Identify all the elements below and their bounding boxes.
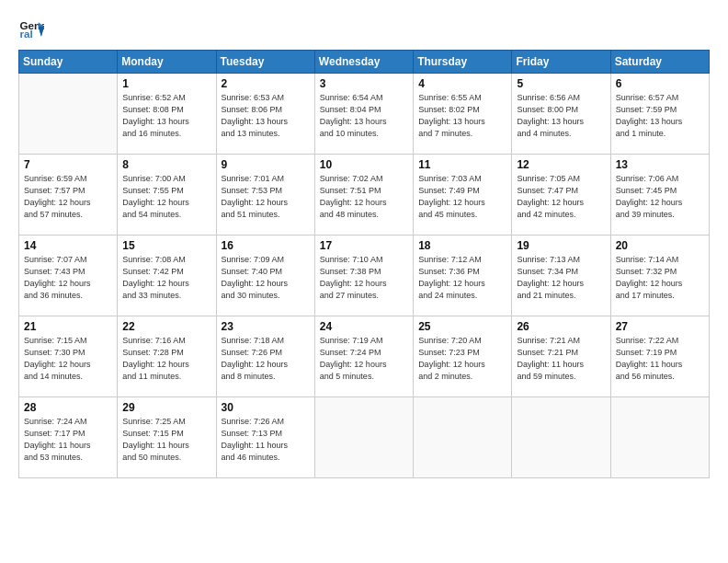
day-number: 26 (517, 320, 605, 333)
day-number: 24 (320, 320, 408, 333)
calendar-cell (19, 74, 118, 155)
day-info: Sunrise: 7:16 AM Sunset: 7:28 PM Dayligh… (122, 335, 210, 383)
day-number: 28 (24, 401, 112, 414)
calendar-cell: 17Sunrise: 7:10 AM Sunset: 7:38 PM Dayli… (314, 236, 413, 316)
calendar-cell: 30Sunrise: 7:26 AM Sunset: 7:13 PM Dayli… (216, 397, 314, 478)
calendar-cell: 3Sunrise: 6:54 AM Sunset: 8:04 PM Daylig… (314, 74, 413, 155)
day-info: Sunrise: 7:14 AM Sunset: 7:32 PM Dayligh… (616, 254, 704, 302)
header-sunday: Sunday (19, 51, 118, 74)
calendar-cell: 20Sunrise: 7:14 AM Sunset: 7:32 PM Dayli… (610, 236, 709, 316)
day-number: 2 (222, 77, 310, 90)
day-number: 20 (616, 239, 704, 252)
header-monday: Monday (118, 51, 216, 74)
day-info: Sunrise: 7:22 AM Sunset: 7:19 PM Dayligh… (616, 335, 704, 383)
day-info: Sunrise: 7:06 AM Sunset: 7:45 PM Dayligh… (616, 173, 704, 221)
day-info: Sunrise: 7:09 AM Sunset: 7:40 PM Dayligh… (222, 254, 310, 302)
day-number: 14 (24, 239, 112, 252)
calendar-cell: 21Sunrise: 7:15 AM Sunset: 7:30 PM Dayli… (19, 316, 118, 397)
calendar-cell: 11Sunrise: 7:03 AM Sunset: 7:49 PM Dayli… (414, 155, 512, 236)
calendar-cell (610, 397, 709, 478)
day-info: Sunrise: 6:59 AM Sunset: 7:57 PM Dayligh… (24, 173, 112, 221)
day-info: Sunrise: 7:26 AM Sunset: 7:13 PM Dayligh… (222, 416, 310, 464)
calendar-cell: 29Sunrise: 7:25 AM Sunset: 7:15 PM Dayli… (118, 397, 216, 478)
day-info: Sunrise: 6:54 AM Sunset: 8:04 PM Dayligh… (320, 92, 408, 140)
day-info: Sunrise: 6:52 AM Sunset: 8:08 PM Dayligh… (122, 92, 210, 140)
day-number: 23 (222, 320, 310, 333)
calendar-cell: 1Sunrise: 6:52 AM Sunset: 8:08 PM Daylig… (118, 74, 216, 155)
logo-icon: Gene ral (18, 17, 44, 42)
day-info: Sunrise: 6:57 AM Sunset: 7:59 PM Dayligh… (616, 92, 704, 140)
calendar-cell: 27Sunrise: 7:22 AM Sunset: 7:19 PM Dayli… (610, 316, 709, 397)
day-number: 15 (122, 239, 210, 252)
calendar-cell: 13Sunrise: 7:06 AM Sunset: 7:45 PM Dayli… (610, 155, 709, 236)
day-number: 5 (517, 77, 605, 90)
day-number: 3 (320, 77, 408, 90)
calendar-header-row: SundayMondayTuesdayWednesdayThursdayFrid… (19, 51, 710, 74)
calendar-cell (414, 397, 512, 478)
calendar-cell: 9Sunrise: 7:01 AM Sunset: 7:53 PM Daylig… (216, 155, 314, 236)
day-info: Sunrise: 7:05 AM Sunset: 7:47 PM Dayligh… (517, 173, 605, 221)
calendar-cell: 23Sunrise: 7:18 AM Sunset: 7:26 PM Dayli… (216, 316, 314, 397)
day-info: Sunrise: 6:53 AM Sunset: 8:06 PM Dayligh… (222, 92, 310, 140)
header-tuesday: Tuesday (216, 51, 314, 74)
calendar-cell: 18Sunrise: 7:12 AM Sunset: 7:36 PM Dayli… (414, 236, 512, 316)
day-number: 22 (122, 320, 210, 333)
calendar-cell: 25Sunrise: 7:20 AM Sunset: 7:23 PM Dayli… (414, 316, 512, 397)
day-number: 29 (122, 401, 210, 414)
day-number: 6 (616, 77, 704, 90)
day-number: 18 (418, 239, 506, 252)
calendar-cell: 12Sunrise: 7:05 AM Sunset: 7:47 PM Dayli… (512, 155, 610, 236)
calendar-cell: 2Sunrise: 6:53 AM Sunset: 8:06 PM Daylig… (216, 74, 314, 155)
calendar-cell: 8Sunrise: 7:00 AM Sunset: 7:55 PM Daylig… (118, 155, 216, 236)
day-number: 10 (320, 158, 408, 171)
calendar-cell: 26Sunrise: 7:21 AM Sunset: 7:21 PM Dayli… (512, 316, 610, 397)
day-number: 19 (517, 239, 605, 252)
day-info: Sunrise: 7:00 AM Sunset: 7:55 PM Dayligh… (122, 173, 210, 221)
day-number: 30 (222, 401, 310, 414)
day-info: Sunrise: 7:18 AM Sunset: 7:26 PM Dayligh… (222, 335, 310, 383)
day-info: Sunrise: 7:02 AM Sunset: 7:51 PM Dayligh… (320, 173, 408, 221)
calendar-cell (314, 397, 413, 478)
day-number: 21 (24, 320, 112, 333)
day-number: 9 (222, 158, 310, 171)
day-info: Sunrise: 7:08 AM Sunset: 7:42 PM Dayligh… (122, 254, 210, 302)
svg-marker-3 (39, 27, 44, 37)
calendar: SundayMondayTuesdayWednesdayThursdayFrid… (18, 50, 710, 478)
logo: Gene ral (18, 17, 48, 42)
day-info: Sunrise: 6:55 AM Sunset: 8:02 PM Dayligh… (418, 92, 506, 140)
day-number: 27 (616, 320, 704, 333)
calendar-cell: 10Sunrise: 7:02 AM Sunset: 7:51 PM Dayli… (314, 155, 413, 236)
day-info: Sunrise: 7:07 AM Sunset: 7:43 PM Dayligh… (24, 254, 112, 302)
day-number: 7 (24, 158, 112, 171)
header-thursday: Thursday (414, 51, 512, 74)
calendar-cell: 5Sunrise: 6:56 AM Sunset: 8:00 PM Daylig… (512, 74, 610, 155)
day-info: Sunrise: 7:10 AM Sunset: 7:38 PM Dayligh… (320, 254, 408, 302)
day-info: Sunrise: 7:13 AM Sunset: 7:34 PM Dayligh… (517, 254, 605, 302)
day-number: 4 (418, 77, 506, 90)
day-info: Sunrise: 7:20 AM Sunset: 7:23 PM Dayligh… (418, 335, 506, 383)
day-number: 25 (418, 320, 506, 333)
day-number: 11 (418, 158, 506, 171)
day-info: Sunrise: 7:21 AM Sunset: 7:21 PM Dayligh… (517, 335, 605, 383)
calendar-cell: 28Sunrise: 7:24 AM Sunset: 7:17 PM Dayli… (19, 397, 118, 478)
day-info: Sunrise: 7:01 AM Sunset: 7:53 PM Dayligh… (222, 173, 310, 221)
day-info: Sunrise: 7:12 AM Sunset: 7:36 PM Dayligh… (418, 254, 506, 302)
day-info: Sunrise: 7:19 AM Sunset: 7:24 PM Dayligh… (320, 335, 408, 383)
calendar-cell: 15Sunrise: 7:08 AM Sunset: 7:42 PM Dayli… (118, 236, 216, 316)
calendar-cell: 16Sunrise: 7:09 AM Sunset: 7:40 PM Dayli… (216, 236, 314, 316)
calendar-cell: 24Sunrise: 7:19 AM Sunset: 7:24 PM Dayli… (314, 316, 413, 397)
day-info: Sunrise: 7:15 AM Sunset: 7:30 PM Dayligh… (24, 335, 112, 383)
day-number: 1 (122, 77, 210, 90)
header-saturday: Saturday (610, 51, 709, 74)
header-wednesday: Wednesday (314, 51, 413, 74)
calendar-cell: 14Sunrise: 7:07 AM Sunset: 7:43 PM Dayli… (19, 236, 118, 316)
header-friday: Friday (512, 51, 610, 74)
day-number: 17 (320, 239, 408, 252)
day-number: 8 (122, 158, 210, 171)
day-number: 16 (222, 239, 310, 252)
day-info: Sunrise: 7:03 AM Sunset: 7:49 PM Dayligh… (418, 173, 506, 221)
day-number: 13 (616, 158, 704, 171)
calendar-cell: 19Sunrise: 7:13 AM Sunset: 7:34 PM Dayli… (512, 236, 610, 316)
day-info: Sunrise: 6:56 AM Sunset: 8:00 PM Dayligh… (517, 92, 605, 140)
day-info: Sunrise: 7:25 AM Sunset: 7:15 PM Dayligh… (122, 416, 210, 464)
